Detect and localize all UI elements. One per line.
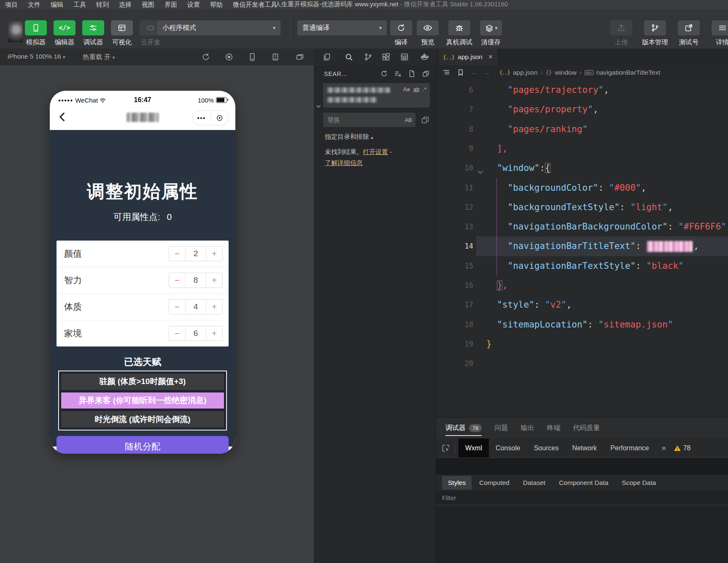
action-button-compile[interactable]: 编译 [389, 20, 413, 47]
refresh-icon[interactable] [201, 52, 210, 62]
mode-select[interactable]: 小程序模式 ▾ [157, 20, 280, 35]
refresh-icon[interactable] [380, 70, 388, 78]
action-button-external[interactable]: 测试号 [677, 20, 701, 47]
more-icon[interactable]: ••• [193, 114, 210, 122]
outline-icon[interactable] [442, 68, 450, 77]
action-button-menu[interactable]: 详情 [710, 20, 728, 47]
stepper-minus-button[interactable]: − [169, 273, 186, 287]
breadcrumb-item[interactable]: window [555, 69, 577, 76]
menubar-items: 项目文件编辑工具转到选择视图界面设置帮助微信开发者工具 [0, 1, 282, 9]
device-select[interactable]: iPhone 5 100% 16 ▾ [8, 53, 65, 60]
action-button-layers[interactable]: ▾清缓存 [479, 20, 503, 47]
talent-item[interactable]: 异界来客 (你可能听到一些绝密消息) [61, 392, 224, 409]
files-icon[interactable] [322, 52, 332, 62]
breadcrumb-item[interactable]: app.json [513, 69, 538, 76]
toggle-replace-icon[interactable] [315, 103, 322, 110]
menu-item[interactable]: 项目 [0, 1, 23, 9]
panel-tab-component-data[interactable]: Component Data [553, 476, 614, 490]
devtools-tab-network[interactable]: Network [565, 438, 604, 457]
debugger-tab-调试器[interactable]: 调试器78 [445, 417, 482, 438]
menu-item[interactable]: 设置 [182, 1, 205, 9]
stepper-minus-button[interactable]: − [169, 326, 186, 341]
menu-item[interactable]: 转到 [91, 1, 114, 9]
navigate-forward-icon[interactable]: → [483, 69, 490, 76]
device-icon[interactable] [248, 52, 257, 62]
close-icon[interactable]: × [488, 53, 493, 61]
devtools-tab-wxml[interactable]: Wxml [458, 438, 489, 457]
mode-button-sliders[interactable]: 调试器 [81, 20, 105, 47]
replace-input[interactable]: 替换 AB [323, 113, 415, 127]
breadcrumb-item[interactable]: navigationBarTitleText [596, 69, 661, 76]
panel-tab-scope-data[interactable]: Scope Data [616, 476, 662, 490]
whole-word-icon[interactable]: ab [413, 86, 419, 92]
menu-item[interactable]: 界面 [159, 1, 182, 9]
talent-item[interactable]: 时光倒流 (或许时间会倒流) [61, 411, 224, 428]
debugger-tab-代码质量[interactable]: 代码质量 [573, 417, 600, 438]
debugger-tab-终端[interactable]: 终端 [547, 417, 560, 438]
panel-tab-dataset[interactable]: Dataset [517, 476, 551, 490]
menu-item[interactable]: 文件 [23, 1, 46, 9]
filter-input[interactable]: Filter [436, 491, 728, 505]
menu-item[interactable]: 工具 [68, 1, 91, 9]
docker-icon[interactable] [420, 52, 429, 62]
include-exclude-toggle[interactable]: 指定目录和排除 ▴ [325, 133, 373, 141]
mode-button-phone[interactable]: 模拟器 [24, 20, 48, 47]
layout2-icon[interactable] [400, 52, 409, 62]
panel-tab-computed[interactable]: Computed [473, 476, 515, 490]
blocks-icon[interactable] [381, 52, 391, 62]
action-button-branch[interactable]: 版本管理 [643, 20, 667, 47]
regex-icon[interactable]: .* [423, 86, 426, 92]
navigate-back-icon[interactable]: ← [471, 69, 477, 76]
stepper-plus-button[interactable]: + [206, 273, 222, 287]
action-button-eye[interactable]: 预览 [415, 20, 440, 47]
bookmark-icon[interactable] [456, 68, 465, 77]
menu-item[interactable]: 编辑 [46, 1, 68, 9]
tab-app-json[interactable]: {..} app.json × [439, 49, 498, 65]
warning-badge[interactable]: 78 [674, 444, 691, 452]
exit-target-icon[interactable] [211, 114, 229, 122]
preserve-case-icon[interactable]: AB [405, 117, 412, 123]
avatar[interactable] [8, 21, 23, 42]
stepper-minus-button[interactable]: − [169, 300, 186, 314]
search-icon[interactable] [344, 52, 353, 62]
windows-icon[interactable] [295, 52, 305, 62]
hot-reload-toggle[interactable]: 热重载 开 ▾ [83, 53, 115, 62]
open-settings-link[interactable]: 打开设置 [363, 148, 388, 155]
branch-icon[interactable] [364, 52, 373, 62]
stepper-plus-button[interactable]: + [206, 300, 222, 314]
menu-item[interactable]: 视图 [137, 1, 159, 9]
debugger-tab-输出[interactable]: 输出 [520, 417, 534, 438]
code-editor[interactable]: 6 "pages/trajectory",7 "pages/property",… [436, 79, 728, 417]
stepper-minus-button[interactable]: − [169, 246, 186, 261]
menu-item[interactable]: 微信开发者工具 [228, 1, 282, 9]
mode-button-layout[interactable]: 可视化 [110, 20, 134, 47]
menu-item[interactable]: 选择 [114, 1, 137, 9]
talent-item[interactable]: 驻颜 (体质>10时颜值+3) [61, 374, 224, 390]
more-tabs-icon[interactable]: » [662, 444, 666, 452]
panel-tab-styles[interactable]: Styles [442, 476, 472, 490]
search-input[interactable]: Aa ab .* [323, 83, 430, 108]
stepper-plus-button[interactable]: + [206, 246, 222, 261]
debugger-tab-问题[interactable]: 问题 [494, 417, 508, 438]
stop-icon[interactable] [224, 52, 234, 62]
menu-item[interactable]: 帮助 [205, 1, 228, 9]
random-assign-button[interactable]: 随机分配 [57, 436, 229, 454]
popout-icon[interactable] [271, 52, 280, 62]
action-button-upload[interactable]: 上传 [609, 20, 634, 47]
match-case-icon[interactable]: Aa [403, 86, 410, 92]
newfile-icon[interactable] [408, 70, 416, 78]
stepper-plus-button[interactable]: + [206, 326, 222, 341]
devtools-tab-console[interactable]: Console [489, 438, 527, 457]
replace-all-icon[interactable] [421, 115, 430, 125]
collapse-icon[interactable] [422, 70, 430, 78]
clear-icon[interactable] [394, 70, 402, 78]
learn-more-link[interactable]: 了解详细信息 [325, 159, 363, 166]
compile-select[interactable]: 普通编译 ▾ [297, 20, 387, 35]
inspect-element-icon[interactable] [441, 444, 450, 453]
fold-chevron-icon[interactable] [476, 164, 485, 173]
back-icon[interactable] [57, 111, 68, 123]
action-button-bug[interactable]: 真机调试 [447, 20, 472, 47]
mode-button-code[interactable]: </>编辑器 [52, 20, 77, 47]
devtools-tab-performance[interactable]: Performance [604, 438, 656, 457]
devtools-tab-sources[interactable]: Sources [527, 438, 566, 457]
